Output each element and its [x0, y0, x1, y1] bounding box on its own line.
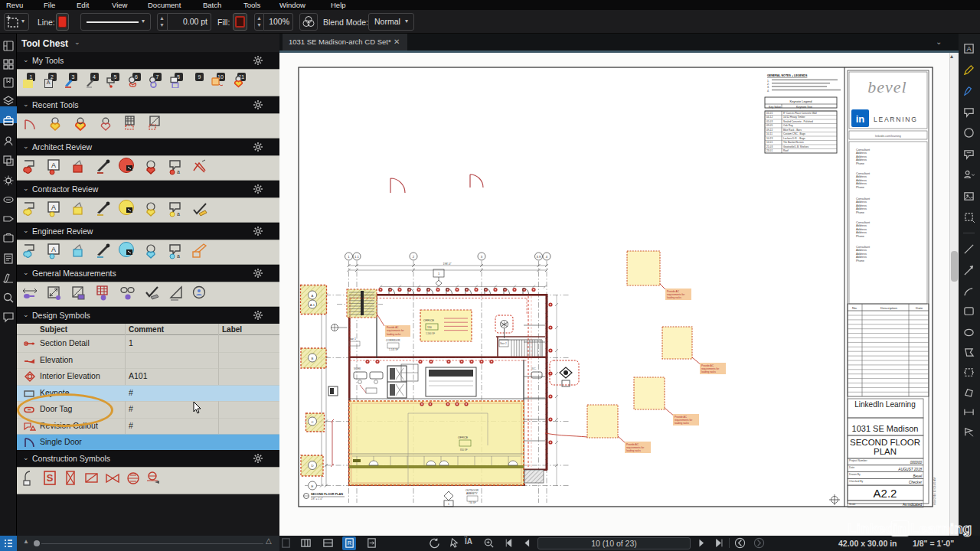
svg-text:1,560 SF: 1,560 SF	[426, 332, 435, 335]
svg-text:01-01: 01-01	[766, 112, 773, 115]
svg-text:loading racks: loading racks	[675, 422, 689, 425]
svg-text:a: a	[177, 169, 180, 174]
svg-text:Phone: Phone	[856, 235, 864, 238]
svg-text:Consultant: Consultant	[856, 197, 871, 201]
svg-text:PLAN: PLAN	[874, 447, 897, 456]
svg-text:Address: Address	[856, 201, 867, 204]
svg-text:D: D	[311, 464, 313, 468]
svg-text:loading racks: loading racks	[387, 333, 401, 336]
svg-text:09-05: 09-05	[766, 124, 773, 127]
svg-text:Consultant: Consultant	[856, 172, 871, 175]
svg-text:Lockers D.R. - Bags: Lockers D.R. - Bags	[783, 137, 805, 140]
svg-text:Address: Address	[856, 249, 867, 252]
svg-text:Project Number: Project Number	[849, 459, 867, 462]
svg-text:Consultant: Consultant	[856, 221, 871, 224]
svg-text:loading racks: loading racks	[626, 449, 641, 452]
svg-text:A: A	[51, 246, 56, 253]
svg-text:Sealed Concrete - Polished: Sealed Concrete - Polished	[783, 120, 813, 123]
svg-text:Phone: Phone	[856, 186, 864, 189]
svg-text:a: a	[177, 211, 180, 217]
svg-text:8" Cast-in-Place Concrete Wall: 8" Cast-in-Place Concrete Wall	[783, 112, 817, 115]
svg-text:Address: Address	[856, 207, 867, 210]
svg-text:Bike Rack - Bars: Bike Rack - Bars	[783, 129, 802, 132]
svg-text:Oak Rug: Oak Rug	[783, 124, 793, 127]
svg-text:A: A	[51, 204, 56, 211]
svg-text:Linked: Linked	[848, 520, 894, 536]
svg-text:1,145 SF: 1,145 SF	[389, 348, 398, 351]
svg-text:23-01: 23-01	[766, 149, 773, 152]
svg-text:linkedin.com/learning: linkedin.com/learning	[875, 135, 901, 138]
svg-text:10-11: 10-11	[766, 132, 773, 135]
svg-text:1.: 1.	[767, 80, 769, 83]
svg-text:C: C	[311, 420, 313, 424]
svg-text:LinkedIn Learning: LinkedIn Learning	[854, 400, 916, 409]
svg-text:WORK: WORK	[354, 367, 361, 370]
svg-text:Stair 1: Stair 1	[348, 337, 356, 341]
svg-text:Scale: Scale	[849, 503, 856, 506]
svg-text:10/12 Heavy Timber: 10/12 Heavy Timber	[783, 116, 805, 119]
svg-text:loading racks: loading racks	[667, 296, 681, 299]
svg-text:OFFICE: OFFICE	[423, 319, 434, 322]
svg-text:AMENITY: AMENITY	[466, 492, 478, 495]
svg-text:850 SF: 850 SF	[460, 448, 468, 452]
svg-text:Address: Address	[856, 182, 867, 185]
svg-text:in: in	[893, 520, 906, 536]
svg-text:in: in	[856, 113, 865, 125]
svg-text:As indicated: As indicated	[903, 503, 922, 507]
svg-text:Geotextile/L.B. Shelves: Geotextile/L.B. Shelves	[783, 145, 809, 148]
svg-text:000000: 000000	[910, 461, 923, 465]
svg-text:Address: Address	[856, 175, 867, 178]
svg-text:05-03: 05-03	[766, 120, 773, 123]
svg-text:Stair 2: Stair 2	[500, 342, 507, 345]
svg-text:A2.2: A2.2	[874, 487, 897, 500]
svg-text:Drawn By: Drawn By	[849, 473, 861, 476]
svg-text:E: E	[312, 484, 314, 488]
svg-text:a: a	[177, 253, 180, 259]
svg-text:04-12: 04-12	[766, 116, 773, 119]
svg-text:8/16/2018 12:03:40 AM: 8/16/2018 12:03:40 AM	[933, 478, 936, 505]
svg-text:10-23: 10-23	[766, 137, 773, 140]
svg-text:Address: Address	[856, 158, 867, 161]
svg-text:bevel: bevel	[867, 77, 906, 96]
svg-text:LEARNING: LEARNING	[874, 116, 918, 123]
svg-text:Learning: Learning	[910, 520, 972, 536]
svg-text:Address: Address	[856, 256, 867, 259]
svg-text:730 SF: 730 SF	[469, 501, 476, 504]
svg-text:AUGUST 2018: AUGUST 2018	[897, 468, 922, 471]
svg-text:Checked By: Checked By	[849, 480, 864, 483]
svg-text:Keynote Legend: Keynote Legend	[789, 99, 812, 103]
svg-text:Address: Address	[856, 253, 867, 256]
svg-text:150: 150	[427, 326, 432, 329]
svg-text:OFFICE: OFFICE	[458, 436, 469, 439]
svg-text:Consultant: Consultant	[856, 246, 871, 249]
svg-text:Roof: Roof	[783, 149, 789, 152]
svg-text:1: 1	[448, 503, 449, 506]
svg-text:2.: 2.	[767, 83, 769, 86]
svg-text:No.: No.	[852, 306, 858, 310]
svg-text:CORRIDOR: CORRIDOR	[386, 339, 400, 342]
svg-text:W.C.: W.C.	[531, 367, 537, 370]
svg-text:S: S	[47, 472, 54, 484]
svg-text:12-01: 12-01	[766, 141, 773, 144]
svg-text:Key Value: Key Value	[769, 106, 781, 109]
svg-text:Address: Address	[856, 155, 867, 158]
svg-text:09-22: 09-22	[766, 129, 773, 132]
svg-text:4.: 4.	[767, 90, 769, 93]
svg-text:Date: Date	[849, 466, 854, 469]
svg-text:B: B	[312, 357, 314, 360]
svg-text:Keynote Text: Keynote Text	[796, 106, 812, 109]
svg-text:A: A	[966, 45, 972, 53]
svg-text:198′-0″: 198′-0″	[443, 262, 452, 266]
svg-text:A.1: A.1	[310, 303, 315, 307]
svg-text:Address: Address	[856, 152, 867, 155]
svg-text:Custom CNC - Bags: Custom CNC - Bags	[783, 132, 805, 135]
svg-text:3.: 3.	[767, 86, 769, 89]
svg-text:Address: Address	[856, 179, 867, 182]
svg-text:loading racks: loading racks	[701, 370, 716, 373]
svg-text:Tile Backer/Screen: Tile Backer/Screen	[783, 141, 804, 144]
svg-text:1031 SE Madison: 1031 SE Madison	[852, 424, 919, 433]
svg-text:A: A	[51, 161, 56, 169]
svg-text:Checker: Checker	[909, 481, 923, 484]
svg-text:Date: Date	[916, 306, 923, 310]
svg-text:SECOND FLOOR PLAN: SECOND FLOOR PLAN	[311, 493, 343, 496]
